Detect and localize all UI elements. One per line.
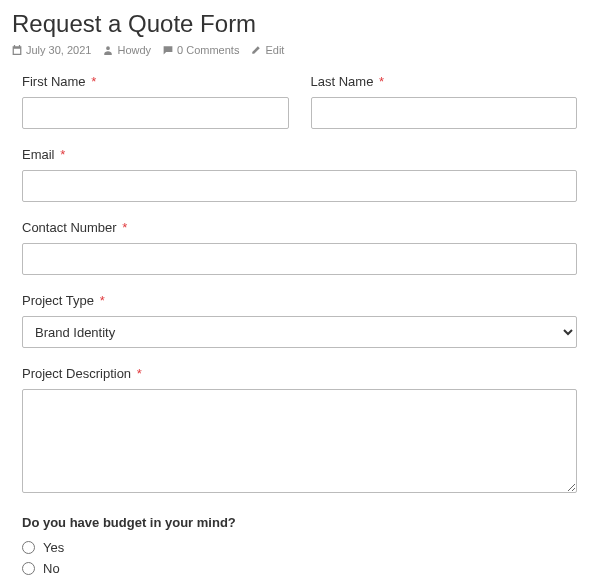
email-input[interactable] [22, 170, 577, 202]
last-name-label-text: Last Name [311, 74, 374, 89]
project-description-label-text: Project Description [22, 366, 131, 381]
required-mark: * [100, 293, 105, 308]
meta-date-text: July 30, 2021 [26, 44, 91, 56]
calendar-icon [12, 45, 22, 55]
budget-option-yes[interactable]: Yes [22, 540, 577, 555]
project-type-select[interactable]: Brand Identity [22, 316, 577, 348]
contact-number-label: Contact Number * [22, 220, 577, 235]
meta-comments[interactable]: 0 Comments [163, 44, 239, 56]
project-type-label-text: Project Type [22, 293, 94, 308]
post-meta: July 30, 2021 Howdy 0 Comments Edit [12, 44, 583, 56]
contact-number-field: Contact Number * [22, 220, 577, 275]
required-mark: * [60, 147, 65, 162]
last-name-field: Last Name * [311, 74, 578, 129]
user-icon [103, 45, 113, 55]
meta-edit[interactable]: Edit [251, 44, 284, 56]
required-mark: * [137, 366, 142, 381]
project-type-field: Project Type * Brand Identity [22, 293, 577, 348]
budget-option-no-label: No [43, 561, 60, 576]
meta-edit-text: Edit [265, 44, 284, 56]
last-name-input[interactable] [311, 97, 578, 129]
contact-number-input[interactable] [22, 243, 577, 275]
meta-comments-text: 0 Comments [177, 44, 239, 56]
budget-option-no[interactable]: No [22, 561, 577, 576]
project-description-input[interactable] [22, 389, 577, 493]
quote-form: First Name * Last Name * Email * Contact… [12, 74, 583, 584]
required-mark: * [379, 74, 384, 89]
first-name-label-text: First Name [22, 74, 86, 89]
email-label-text: Email [22, 147, 55, 162]
email-field: Email * [22, 147, 577, 202]
meta-author: Howdy [103, 44, 151, 56]
email-label: Email * [22, 147, 577, 162]
last-name-label: Last Name * [311, 74, 578, 89]
edit-icon [251, 45, 261, 55]
comment-icon [163, 45, 173, 55]
page-title: Request a Quote Form [12, 10, 583, 38]
project-description-field: Project Description * [22, 366, 577, 497]
budget-radio-no[interactable] [22, 562, 35, 575]
budget-radio-yes[interactable] [22, 541, 35, 554]
project-description-label: Project Description * [22, 366, 577, 381]
first-name-field: First Name * [22, 74, 289, 129]
meta-date: July 30, 2021 [12, 44, 91, 56]
contact-number-label-text: Contact Number [22, 220, 117, 235]
first-name-input[interactable] [22, 97, 289, 129]
required-mark: * [122, 220, 127, 235]
meta-author-text: Howdy [117, 44, 151, 56]
budget-question-field: Do you have budget in your mind? Yes No [22, 515, 577, 576]
budget-question-label: Do you have budget in your mind? [22, 515, 577, 530]
project-type-label: Project Type * [22, 293, 577, 308]
budget-option-yes-label: Yes [43, 540, 64, 555]
required-mark: * [91, 74, 96, 89]
first-name-label: First Name * [22, 74, 289, 89]
